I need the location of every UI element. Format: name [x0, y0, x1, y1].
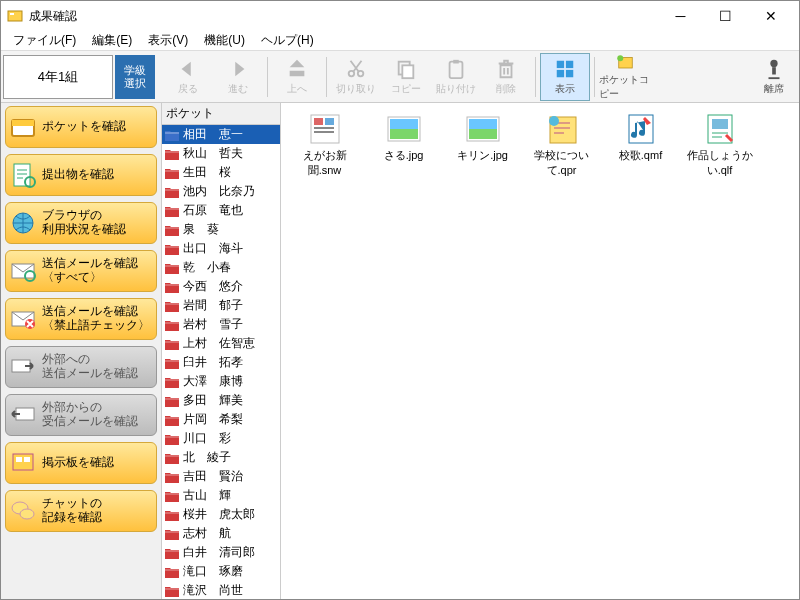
- close-button[interactable]: ✕: [748, 2, 793, 30]
- tree-item[interactable]: 多田 輝美: [162, 391, 280, 410]
- action-browser[interactable]: ブラウザの利用状況を確認: [5, 202, 157, 244]
- file-item[interactable]: 学校について.qpr: [524, 113, 599, 178]
- tree-item[interactable]: 川口 彩: [162, 429, 280, 448]
- mail-icon: [10, 258, 36, 284]
- folder-icon: [165, 167, 179, 179]
- action-pocket[interactable]: ポケットを確認: [5, 106, 157, 148]
- tree-item[interactable]: 吉田 賢治: [162, 467, 280, 486]
- tree-item[interactable]: 滝口 琢磨: [162, 562, 280, 581]
- folder-icon: [165, 452, 179, 464]
- mailin-icon: [10, 402, 36, 428]
- tree-item[interactable]: 古山 輝: [162, 486, 280, 505]
- file-view[interactable]: えがお新聞.snwさる.jpgキリン.jpg学校について.qpr校歌.qmf作品…: [281, 103, 799, 599]
- svg-rect-6: [450, 61, 463, 77]
- tree-item[interactable]: 相田 恵一: [162, 125, 280, 144]
- file-label: さる.jpg: [384, 148, 424, 163]
- menu-ヘルプ[interactable]: ヘルプ(H): [253, 30, 322, 51]
- folder-icon: [165, 585, 179, 597]
- tree-item[interactable]: 岩間 郁子: [162, 296, 280, 315]
- folder-icon: [165, 281, 179, 293]
- tree-item[interactable]: 生田 桜: [162, 163, 280, 182]
- file-qmf-icon: [621, 113, 661, 145]
- svg-rect-5: [402, 65, 413, 78]
- menu-表示[interactable]: 表示(V): [140, 30, 196, 51]
- tree-item[interactable]: 北 綾子: [162, 448, 280, 467]
- maximize-button[interactable]: ☐: [703, 2, 748, 30]
- file-img-icon: [463, 113, 503, 145]
- minimize-button[interactable]: ─: [658, 2, 703, 30]
- board-icon: [10, 450, 36, 476]
- file-label: キリン.jpg: [457, 148, 508, 163]
- folder-icon: [165, 319, 179, 331]
- tree-header: ポケット: [162, 103, 280, 125]
- action-bbs[interactable]: 掲示板を確認: [5, 442, 157, 484]
- action-ext-in[interactable]: 外部からの受信メールを確認: [5, 394, 157, 436]
- tree-item[interactable]: 出口 海斗: [162, 239, 280, 258]
- file-snw-icon: [305, 113, 345, 145]
- tree-item[interactable]: 石原 竜也: [162, 201, 280, 220]
- tree-item[interactable]: 乾 小春: [162, 258, 280, 277]
- action-sentmail-ng[interactable]: 送信メールを確認〈禁止語チェック〉: [5, 298, 157, 340]
- tree-item[interactable]: 臼井 拓孝: [162, 353, 280, 372]
- svg-rect-28: [16, 457, 22, 462]
- menu-編集[interactable]: 編集(E): [84, 30, 140, 51]
- file-item[interactable]: キリン.jpg: [445, 113, 520, 178]
- svg-point-14: [770, 59, 777, 66]
- tree-item[interactable]: 片岡 希梨: [162, 410, 280, 429]
- menu-機能[interactable]: 機能(U): [196, 30, 253, 51]
- file-label: 作品しょうかい.qlf: [682, 148, 757, 178]
- tree-body[interactable]: 相田 恵一秋山 哲夫生田 桜池内 比奈乃石原 竜也泉 葵出口 海斗乾 小春今西 …: [162, 125, 280, 599]
- tree-item[interactable]: 今西 悠介: [162, 277, 280, 296]
- tree-item[interactable]: 池内 比奈乃: [162, 182, 280, 201]
- tree-item[interactable]: 大澤 康博: [162, 372, 280, 391]
- tree-item[interactable]: 志村 航: [162, 524, 280, 543]
- folder-icon: [165, 243, 179, 255]
- folder-icon: [165, 528, 179, 540]
- tree-item[interactable]: 滝沢 尚世: [162, 581, 280, 599]
- svg-rect-17: [12, 120, 34, 126]
- student-tree: ポケット 相田 恵一秋山 哲夫生田 桜池内 比奈乃石原 竜也泉 葵出口 海斗乾 …: [161, 103, 281, 599]
- tree-item[interactable]: 泉 葵: [162, 220, 280, 239]
- file-item[interactable]: さる.jpg: [366, 113, 441, 178]
- tree-item[interactable]: 岩村 雪子: [162, 315, 280, 334]
- toolbar-copy-button: コピー: [381, 53, 431, 101]
- toolbar-up-button: 上へ: [272, 53, 322, 101]
- svg-rect-33: [314, 118, 323, 125]
- file-label: 校歌.qmf: [619, 148, 662, 163]
- toolbar-paste-button: 貼り付け: [431, 53, 481, 101]
- pocket-copy-icon: [613, 53, 635, 71]
- file-item[interactable]: 校歌.qmf: [603, 113, 678, 178]
- tree-item[interactable]: 秋山 哲夫: [162, 144, 280, 163]
- folder-icon: [165, 338, 179, 350]
- svg-rect-8: [557, 60, 564, 67]
- action-chat[interactable]: チャットの記録を確認: [5, 490, 157, 532]
- folder-icon: [165, 414, 179, 426]
- svg-rect-41: [469, 119, 497, 129]
- action-ext-out[interactable]: 外部への送信メールを確認: [5, 346, 157, 388]
- folder-icon: [165, 471, 179, 483]
- svg-rect-1: [10, 13, 14, 15]
- file-item[interactable]: えがお新聞.snw: [287, 113, 362, 178]
- svg-rect-35: [314, 127, 334, 129]
- folder-icon: [165, 566, 179, 578]
- file-item[interactable]: 作品しょうかい.qlf: [682, 113, 757, 178]
- away-button[interactable]: 離席: [749, 53, 799, 101]
- action-submit[interactable]: 提出物を確認: [5, 154, 157, 196]
- svg-point-44: [549, 116, 559, 126]
- toolbar-cut-button: 切り取り: [331, 53, 381, 101]
- folder-icon: [165, 300, 179, 312]
- menu-ファイル[interactable]: ファイル(F): [5, 30, 84, 51]
- tree-item[interactable]: 桜井 虎太郎: [162, 505, 280, 524]
- class-select-button[interactable]: 学級選択: [115, 55, 155, 99]
- file-label: 学校について.qpr: [524, 148, 599, 178]
- tree-item[interactable]: 白井 清司郎: [162, 543, 280, 562]
- chat-icon: [10, 498, 36, 524]
- svg-rect-42: [469, 129, 497, 139]
- svg-rect-47: [712, 119, 728, 129]
- toolbar-view-button[interactable]: 表示: [540, 53, 590, 101]
- folder-icon: [165, 186, 179, 198]
- toolbar-pocket-copy-button[interactable]: ポケットコピー: [599, 53, 649, 101]
- tree-item[interactable]: 上村 佐智恵: [162, 334, 280, 353]
- action-sentmail[interactable]: 送信メールを確認〈すべて〉: [5, 250, 157, 292]
- svg-point-31: [20, 509, 34, 519]
